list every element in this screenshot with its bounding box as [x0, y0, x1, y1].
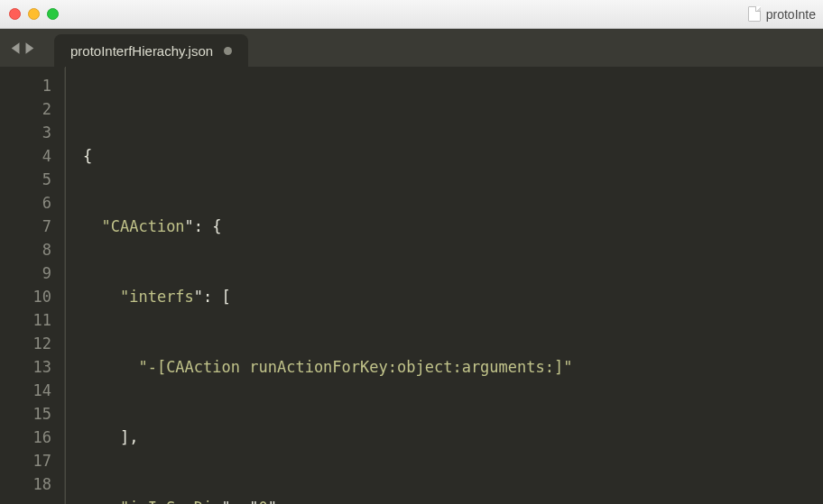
indent-guide [65, 67, 66, 504]
line-number: 10 [0, 285, 51, 308]
code-text: ": { [185, 217, 222, 235]
line-number: 2 [0, 97, 51, 121]
line-number: 6 [0, 191, 51, 215]
line-number: 15 [0, 402, 51, 426]
line-number: 14 [0, 379, 51, 402]
line-number: 7 [0, 215, 51, 238]
unsaved-indicator-icon [224, 47, 232, 55]
traffic-lights [9, 8, 59, 20]
line-number: 11 [0, 308, 51, 332]
code-text: ": [ [194, 288, 231, 306]
window-title-text: protoInte [766, 7, 816, 22]
line-number: 9 [0, 261, 51, 285]
code-text: 0 [259, 499, 268, 504]
nav-back-button[interactable] [9, 41, 21, 55]
minimize-window-button[interactable] [28, 8, 40, 20]
line-number: 8 [0, 238, 51, 261]
line-number: 16 [0, 426, 51, 449]
code-text: " [83, 288, 129, 306]
code-text: { [83, 147, 92, 165]
window-titlebar: protoInte [0, 0, 823, 29]
nav-forward-button[interactable] [24, 41, 36, 55]
code-text: CAAction [111, 217, 185, 235]
tab-active[interactable]: protoInterfHierachy.json [54, 34, 248, 68]
code-text: " [83, 358, 148, 376]
line-number: 4 [0, 144, 51, 168]
close-window-button[interactable] [9, 8, 21, 20]
tab-bar: protoInterfHierachy.json [0, 29, 823, 67]
zoom-window-button[interactable] [47, 8, 59, 20]
line-number: 3 [0, 121, 51, 144]
code-area[interactable]: { "CAAction": { "interfs": [ "-[CAAction… [65, 67, 823, 504]
code-text: " [83, 499, 129, 504]
code-text: " [563, 358, 572, 376]
document-icon [748, 6, 761, 22]
line-number-gutter: 1 2 3 4 5 6 7 8 9 10 11 12 13 14 15 16 1… [0, 67, 65, 504]
code-text: " [83, 217, 111, 235]
window-title: protoInte [748, 6, 816, 22]
editor: 1 2 3 4 5 6 7 8 9 10 11 12 13 14 15 16 1… [0, 67, 823, 504]
tab-filename: protoInterfHierachy.json [70, 43, 213, 59]
code-text: ], [83, 428, 138, 446]
nav-arrows [9, 41, 36, 55]
code-text: ": " [222, 499, 259, 504]
code-text: ", [268, 499, 286, 504]
line-number: 5 [0, 168, 51, 191]
line-number: 18 [0, 472, 51, 496]
line-number: 1 [0, 74, 51, 97]
line-number: 17 [0, 449, 51, 472]
code-text: isInSrcDir [129, 499, 221, 504]
line-number: 13 [0, 355, 51, 379]
line-number: 12 [0, 332, 51, 355]
code-text: interfs [129, 288, 194, 306]
code-text: -[CAAction runActionForKey:object:argume… [148, 358, 564, 376]
